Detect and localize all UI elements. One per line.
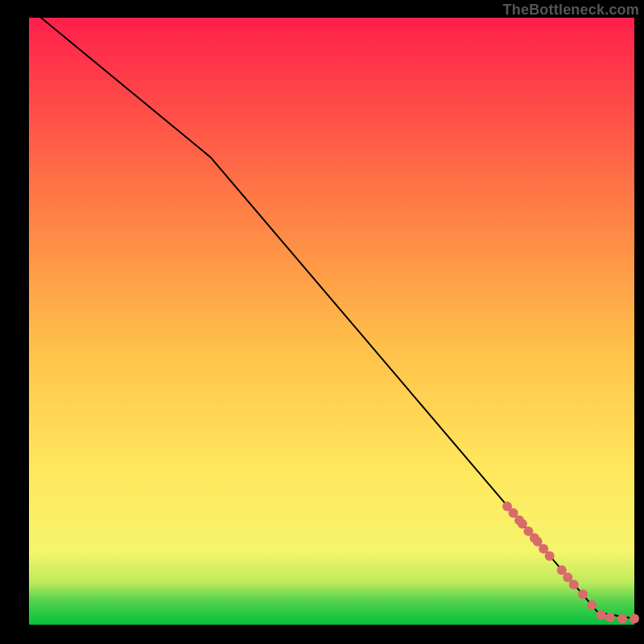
marker-point [597, 610, 606, 620]
marker-point [545, 551, 555, 561]
chart-container: TheBottleneck.com [0, 0, 644, 644]
marker-point [578, 589, 588, 599]
chart-svg [0, 0, 644, 644]
watermark-text: TheBottleneck.com [503, 2, 639, 19]
marker-point [587, 601, 597, 610]
marker-point [569, 580, 579, 589]
marker-point [630, 613, 639, 623]
marker-point [605, 613, 615, 622]
marker-point [617, 613, 627, 623]
plot-background [29, 18, 634, 625]
